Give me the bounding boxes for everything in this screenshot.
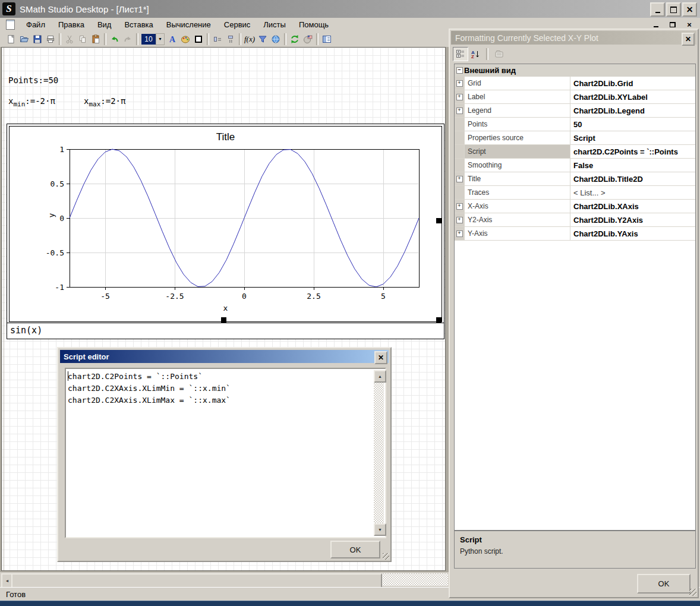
- redo-button[interactable]: [121, 33, 134, 46]
- properties-button[interactable]: [320, 33, 333, 46]
- expression-xmin[interactable]: xmin:=-2·π: [8, 96, 55, 108]
- expression-points[interactable]: Points:=50: [8, 75, 58, 85]
- mdi-restore-button[interactable]: [668, 20, 677, 29]
- property-label[interactable]: Title: [465, 172, 570, 185]
- scrollbar-thumb[interactable]: [11, 573, 382, 588]
- script-line[interactable]: chart2D.C2XAxis.XLimMax = `::x.max`: [68, 394, 373, 406]
- property-value[interactable]: 50: [570, 118, 695, 131]
- function-button[interactable]: f(x): [243, 33, 256, 46]
- expression-xmax[interactable]: xmax:=2·π: [84, 96, 125, 108]
- property-label[interactable]: Smoothing: [465, 159, 570, 172]
- property-value[interactable]: chart2D.C2Points = `::Points: [570, 145, 695, 158]
- menu-item-6[interactable]: Сервис: [217, 19, 257, 30]
- mdi-minimize-button[interactable]: [651, 20, 661, 29]
- mdi-close-button[interactable]: ×: [685, 20, 694, 29]
- property-row-legend[interactable]: +LegendChart2DLib.Legend: [455, 104, 695, 118]
- scrollbar-track[interactable]: [374, 370, 384, 536]
- categorized-view-button[interactable]: [453, 47, 468, 61]
- align-horizontal-button[interactable]: [211, 33, 224, 46]
- selection-handle[interactable]: [221, 317, 226, 323]
- print-button[interactable]: [44, 33, 57, 46]
- property-label[interactable]: Y2-Axis: [465, 213, 570, 226]
- font-size-input[interactable]: 10: [141, 34, 156, 45]
- expand-icon[interactable]: +: [456, 176, 463, 182]
- property-label[interactable]: Traces: [465, 186, 570, 199]
- property-label[interactable]: Grid: [465, 77, 570, 90]
- menu-item-7[interactable]: Листы: [257, 19, 292, 30]
- scroll-up-button[interactable]: ▲: [374, 370, 386, 383]
- script-line[interactable]: chart2D.C2Points = `::Points`: [68, 371, 373, 383]
- property-label[interactable]: Label: [465, 90, 570, 103]
- collapse-icon[interactable]: −: [456, 67, 463, 74]
- menu-item-2[interactable]: Правка: [52, 19, 91, 30]
- selection-handle[interactable]: [436, 218, 442, 223]
- align-vertical-button[interactable]: [224, 33, 237, 46]
- document-icon[interactable]: [6, 20, 15, 30]
- scroll-down-button[interactable]: ▼: [374, 523, 386, 536]
- close-button[interactable]: ✕: [682, 2, 697, 17]
- property-row-y-axis[interactable]: +Y-AxisChart2DLib.YAxis: [455, 227, 695, 241]
- property-label[interactable]: Y-Axis: [465, 227, 570, 240]
- property-pages-button[interactable]: [492, 48, 506, 61]
- script-lines[interactable]: chart2D.C2Points = `::Points`chart2D.C2X…: [68, 371, 373, 535]
- copy-button[interactable]: [76, 33, 89, 46]
- script-editor-close-button[interactable]: ✕: [374, 351, 387, 364]
- script-text-area[interactable]: chart2D.C2Points = `::Points`chart2D.C2X…: [65, 368, 386, 538]
- menu-item-8[interactable]: Помощь: [292, 19, 335, 30]
- undo-button[interactable]: [108, 33, 121, 46]
- worksheet[interactable]: Points:=50 xmin:=-2·π xmax:=2·π -5-2.502…: [1, 47, 446, 571]
- resize-grip[interactable]: [383, 553, 389, 560]
- property-value[interactable]: < List... >: [570, 186, 695, 199]
- expand-icon[interactable]: +: [456, 217, 463, 223]
- property-value[interactable]: Chart2DLib.Title2D: [570, 172, 695, 185]
- property-value[interactable]: Chart2DLib.Y2Axis: [570, 213, 695, 226]
- selection-handle[interactable]: [436, 317, 442, 323]
- menu-item-1[interactable]: Файл: [20, 19, 52, 30]
- property-row-grid[interactable]: +GridChart2DLib.Grid: [455, 77, 695, 90]
- property-value[interactable]: Chart2DLib.Legend: [570, 104, 695, 117]
- property-row-properties-source[interactable]: Properties sourceScript: [455, 131, 695, 145]
- expand-icon[interactable]: +: [456, 231, 463, 237]
- property-row-script[interactable]: Scriptchart2D.C2Points = `::Points: [455, 145, 695, 159]
- trace-expression[interactable]: sin(x): [7, 323, 444, 338]
- minimize-button[interactable]: [650, 2, 665, 17]
- horizontal-scrollbar[interactable]: ◄: [1, 573, 448, 586]
- xy-plot-widget[interactable]: -5-2.502.5510.50-0.5-1 Title y x sin(x): [7, 124, 444, 339]
- palette-button[interactable]: [179, 33, 192, 46]
- expand-icon[interactable]: +: [456, 80, 463, 87]
- property-label[interactable]: Points: [465, 118, 570, 131]
- property-row-title[interactable]: +TitleChart2DLib.Title2D: [455, 172, 695, 186]
- property-row-smoothing[interactable]: SmoothingFalse: [455, 159, 695, 172]
- plot-canvas[interactable]: -5-2.502.5510.50-0.5-1: [7, 124, 444, 323]
- property-value[interactable]: Script: [570, 131, 695, 144]
- expand-icon[interactable]: +: [456, 94, 463, 100]
- paste-button[interactable]: [89, 33, 102, 46]
- script-vertical-scrollbar[interactable]: ▲ ▼: [374, 370, 384, 536]
- property-value[interactable]: False: [570, 159, 695, 172]
- expand-icon[interactable]: +: [456, 108, 463, 114]
- language-button[interactable]: [301, 33, 314, 46]
- menu-item-5[interactable]: Вычисление: [160, 19, 217, 30]
- script-editor-title-bar[interactable]: Script editor ✕: [60, 350, 389, 363]
- web-help-button[interactable]: [269, 33, 282, 46]
- menu-item-4[interactable]: Вставка: [118, 19, 159, 30]
- font-size-dropdown-button[interactable]: ▼: [156, 33, 165, 45]
- formatting-panel-title-bar[interactable]: Formatting Currently Selected X-Y Plot ✕: [451, 31, 696, 45]
- property-value[interactable]: Chart2DLib.XAxis: [570, 200, 695, 213]
- property-row-x-axis[interactable]: +X-AxisChart2DLib.XAxis: [455, 200, 695, 213]
- expand-icon[interactable]: +: [456, 203, 463, 210]
- property-category-row[interactable]: − Внешний вид: [455, 64, 695, 77]
- formatting-panel-close-button[interactable]: ✕: [682, 33, 695, 46]
- property-row-points[interactable]: Points50: [455, 118, 695, 131]
- menu-item-3[interactable]: Вид: [91, 19, 118, 30]
- border-button[interactable]: [192, 33, 205, 46]
- open-button[interactable]: [18, 33, 31, 46]
- property-label[interactable]: X-Axis: [465, 200, 570, 213]
- resize-grip[interactable]: [689, 589, 696, 596]
- property-value[interactable]: Chart2DLib.Grid: [570, 77, 695, 90]
- property-label[interactable]: Legend: [465, 104, 570, 117]
- save-button[interactable]: [31, 33, 44, 46]
- property-row-label[interactable]: +LabelChart2DLib.XYLabel: [455, 90, 695, 104]
- cut-button[interactable]: [63, 33, 76, 46]
- new-document-button[interactable]: [5, 33, 18, 46]
